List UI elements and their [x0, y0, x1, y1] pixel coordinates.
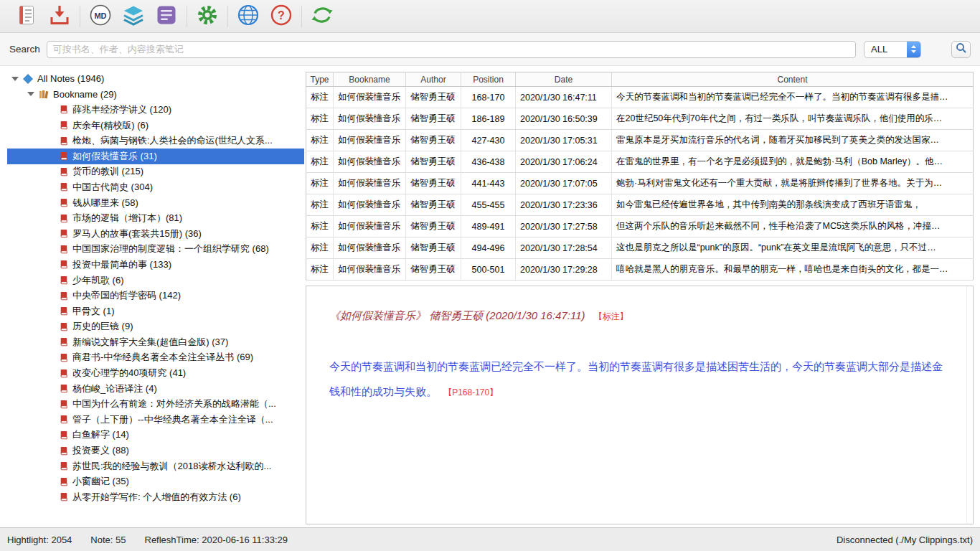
sidebar-book-item[interactable]: 中国古代简史 (304) — [7, 179, 304, 195]
book-label: 杨伯峻_论语译注 (4) — [72, 382, 157, 395]
sidebar-book-item[interactable]: 投资中最简单的事 (133) — [7, 257, 304, 273]
sidebar-book-item[interactable]: 钱从哪里来 (58) — [7, 195, 304, 211]
sidebar-book-item[interactable]: 杨伯峻_论语译注 (4) — [7, 381, 304, 397]
book-label: 中央帝国的哲学密码 (142) — [72, 289, 181, 302]
main-content: All Notes (1946) Bookname (29) 薛兆丰经济学讲义 … — [0, 66, 980, 527]
sidebar-book-item[interactable]: 管子（上下册）--中华经典名著全本全注全译（... — [7, 412, 304, 428]
table-row[interactable]: 标注 如何假装懂音乐 储智勇王硕 436-438 2020/1/30 17:06… — [306, 151, 974, 173]
sidebar-book-item[interactable]: 中国国家治理的制度逻辑：一个组织学研究 (68) — [7, 242, 304, 258]
disclosure-triangle-icon[interactable] — [27, 92, 34, 96]
sidebar-book-item[interactable]: 甲骨文 (1) — [7, 303, 304, 319]
sidebar-book-item[interactable]: 罗马人的故事(套装共15册) (36) — [7, 226, 304, 242]
search-button[interactable] — [951, 41, 971, 58]
book-icon — [59, 105, 68, 114]
sidebar-book-item[interactable]: 苏世民:我的经验与教训（2018读桥水达利欧的... — [7, 458, 304, 474]
book-label: 投资中最简单的事 (133) — [72, 258, 171, 271]
sidebar-book-item[interactable]: 商君书-中华经典名著全本全注全译丛书 (69) — [7, 350, 304, 366]
column-header-bookname[interactable]: Bookname — [334, 72, 406, 87]
cell-author: 储智勇王硕 — [406, 194, 461, 216]
sidebar-book-item[interactable]: 新编说文解字大全集(超值白金版) (37) — [7, 334, 304, 350]
help-button[interactable]: ? — [265, 2, 298, 31]
detail-scrollbar[interactable] — [966, 286, 973, 524]
sidebar-book-item[interactable]: 小窗幽记 (35) — [7, 474, 304, 489]
cell-date: 2020/1/30 16:47:11 — [516, 87, 612, 108]
cell-content: 今天的节奏蓝调和当初的节奏蓝调已经完全不一样了。当初的节奏蓝调有很多是描… — [612, 87, 974, 108]
clippings-button[interactable] — [10, 2, 43, 31]
cell-position: 427-430 — [461, 130, 516, 151]
cell-content: 这也是朋克之所以是“punk”的原因。“punk”在英文里是流氓阿飞的意思，只不… — [612, 237, 974, 259]
book-label: 中国国家治理的制度逻辑：一个组织学研究 (68) — [72, 242, 269, 255]
sidebar-item-all-notes[interactable]: All Notes (1946) — [7, 71, 304, 87]
sidebar-book-item[interactable]: 货币的教训 (215) — [7, 164, 304, 180]
sidebar-book-item[interactable]: 枪炮、病菌与钢铁:人类社会的命运(世纪人文系... — [7, 133, 304, 149]
sidebar-book-item[interactable]: 历史的巨镜 (9) — [7, 319, 304, 335]
all-notes-label: All Notes (1946) — [37, 73, 104, 84]
book-icon — [59, 322, 68, 331]
sync-icon — [310, 4, 334, 28]
cell-bookname: 如何假装懂音乐 — [334, 194, 406, 216]
markdown-export-button[interactable]: MD — [84, 2, 117, 31]
sidebar-book-item[interactable]: 市场的逻辑（增订本）(81) — [7, 210, 304, 226]
table-row[interactable]: 标注 如何假装懂音乐 储智勇王硕 186-189 2020/1/30 16:50… — [306, 108, 974, 130]
sidebar-book-item[interactable]: 薛兆丰经济学讲义 (120) — [7, 102, 304, 118]
bookname-group-label: Bookname (29) — [53, 89, 117, 100]
clippings-icon — [17, 4, 37, 28]
book-label: 改变心理学的40项研究 (41) — [72, 367, 186, 380]
search-input[interactable] — [47, 41, 856, 58]
column-header-author[interactable]: Author — [406, 72, 461, 87]
filter-dropdown[interactable]: ALL — [864, 41, 921, 58]
settings-button[interactable] — [191, 2, 224, 31]
export-layers-button[interactable] — [117, 2, 150, 31]
sidebar-book-item[interactable]: 中央帝国的哲学密码 (142) — [7, 288, 304, 303]
cell-date: 2020/1/30 17:28:54 — [516, 237, 612, 259]
table-row[interactable]: 标注 如何假装懂音乐 储智勇王硕 427-430 2020/1/30 17:05… — [306, 130, 974, 151]
book-icon — [59, 353, 68, 362]
status-connection: Disconnected (./My Clippings.txt) — [837, 534, 973, 545]
table-row[interactable]: 标注 如何假装懂音乐 储智勇王硕 489-491 2020/1/30 17:27… — [306, 216, 974, 237]
sidebar-book-item[interactable]: 如何假装懂音乐 (31) — [7, 149, 304, 164]
column-header-position[interactable]: Position — [461, 72, 516, 87]
refresh-button[interactable] — [306, 2, 339, 31]
cell-author: 储智勇王硕 — [406, 108, 461, 130]
cell-type: 标注 — [306, 194, 334, 216]
table-row[interactable]: 标注 如何假装懂音乐 储智勇王硕 441-443 2020/1/30 17:07… — [306, 173, 974, 194]
column-header-date[interactable]: Date — [516, 72, 612, 87]
cell-author: 储智勇王硕 — [406, 216, 461, 237]
cell-bookname: 如何假装懂音乐 — [334, 216, 406, 237]
column-header-type[interactable]: Type — [306, 72, 334, 87]
disclosure-triangle-icon[interactable] — [11, 77, 19, 81]
sidebar-book-item[interactable]: 改变心理学的40项研究 (41) — [7, 365, 304, 381]
cell-type: 标注 — [306, 259, 334, 281]
cell-position: 500-501 — [461, 259, 516, 281]
cell-type: 标注 — [306, 130, 334, 151]
column-header-content[interactable]: Content — [612, 72, 974, 87]
cell-type: 标注 — [306, 173, 334, 194]
filter-dropdown-value: ALL — [864, 44, 907, 55]
cell-author: 储智勇王硕 — [406, 151, 461, 173]
website-button[interactable] — [232, 2, 265, 31]
book-label: 小窗幽记 (35) — [72, 475, 129, 488]
status-note-count: Note: 55 — [90, 534, 126, 545]
book-icon — [59, 245, 68, 254]
sidebar-book-item[interactable]: 从零开始学写作: 个人增值的有效方法 (6) — [7, 489, 304, 505]
sidebar-book-item[interactable]: 庆余年(精校版) (6) — [7, 118, 304, 133]
table-row[interactable]: 标注 如何假装懂音乐 储智勇王硕 455-455 2020/1/30 17:23… — [306, 194, 974, 216]
sidebar-book-item[interactable]: 少年凯歌 (6) — [7, 273, 304, 288]
sidebar-book-item[interactable]: 白鱼解字 (14) — [7, 428, 304, 443]
detail-title-text: 《如何假装懂音乐》 储智勇王硕 (2020/1/30 16:47:11) — [329, 309, 585, 321]
status-highlight-count: Hightlight: 2054 — [7, 534, 72, 545]
import-button[interactable] — [43, 2, 76, 31]
table-row[interactable]: 标注 如何假装懂音乐 储智勇王硕 500-501 2020/1/30 17:29… — [306, 259, 974, 281]
stats-button[interactable] — [150, 2, 183, 31]
book-label: 历史的巨镜 (9) — [72, 320, 133, 333]
sidebar-book-item[interactable]: 投资要义 (88) — [7, 443, 304, 458]
table-row[interactable]: 标注 如何假装懂音乐 储智勇王硕 494-496 2020/1/30 17:28… — [306, 237, 974, 259]
sidebar-item-bookname[interactable]: Bookname (29) — [7, 87, 304, 103]
cell-position: 168-170 — [461, 87, 516, 108]
book-icon — [59, 214, 68, 223]
status-bar: Hightlight: 2054 Note: 55 RefleshTime: 2… — [0, 527, 980, 551]
book-label: 如何假装懂音乐 (31) — [72, 150, 157, 163]
table-row[interactable]: 标注 如何假装懂音乐 储智勇王硕 168-170 2020/1/30 16:47… — [306, 87, 974, 108]
sidebar-book-item[interactable]: 中国为什么有前途：对外经济关系的战略潜能（... — [7, 396, 304, 412]
cell-bookname: 如何假装懂音乐 — [334, 259, 406, 281]
